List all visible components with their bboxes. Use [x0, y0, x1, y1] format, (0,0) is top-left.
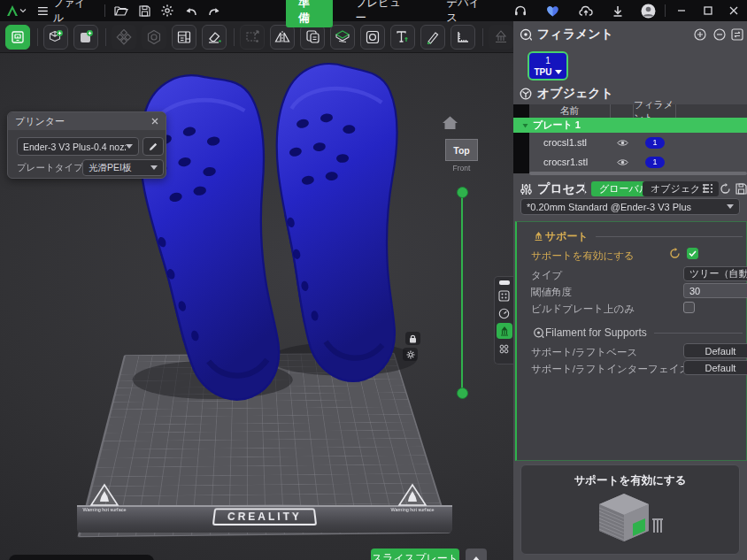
minimize-button[interactable]	[669, 0, 696, 21]
settings-button[interactable]	[156, 0, 179, 21]
plate-settings-button[interactable]	[497, 288, 512, 303]
filament-slot-tpu[interactable]: 1 TPU	[528, 51, 568, 81]
close-button[interactable]	[721, 0, 747, 21]
table-row-crocsl1[interactable]: crocsl1.stl 1	[529, 133, 747, 152]
mirror-button[interactable]	[270, 25, 295, 50]
tab-preview[interactable]: プレビュー	[343, 0, 424, 27]
file-menu[interactable]: ファイル	[32, 0, 101, 21]
heart-icon	[546, 5, 559, 17]
enable-support-checkbox[interactable]	[687, 248, 698, 259]
visibility-eye-icon[interactable]	[611, 158, 634, 166]
clip-slider-track[interactable]	[461, 192, 463, 394]
open-file-button[interactable]	[109, 0, 134, 21]
chevron-down-icon	[555, 70, 562, 74]
support-base-dropdown[interactable]: Default	[683, 343, 747, 358]
viewcube-front-label[interactable]: Front	[445, 164, 478, 173]
gauge-icon	[498, 308, 510, 319]
section-divider	[654, 333, 743, 334]
plus-circle-icon	[694, 28, 706, 41]
text-icon	[396, 30, 410, 44]
support-headset-button[interactable]	[509, 0, 532, 21]
home-view-button[interactable]	[442, 115, 458, 130]
threshold-angle-input[interactable]: 30	[683, 283, 747, 298]
minus-circle-icon	[713, 28, 726, 41]
close-icon	[729, 6, 738, 15]
arrange-icon	[116, 29, 132, 45]
hollow-button[interactable]	[360, 25, 385, 50]
user-avatar[interactable]	[635, 0, 661, 21]
printer-panel-close-button[interactable]	[151, 118, 158, 125]
plate-type-dropdown[interactable]: 光滑PEI板	[82, 159, 164, 176]
viewcube-top-face[interactable]: Top	[445, 139, 478, 161]
support-type-dropdown[interactable]: ツリー（自動）	[683, 266, 747, 281]
reset-enable-support-button[interactable]	[669, 248, 681, 259]
support-paint-button[interactable]	[489, 25, 513, 50]
filament-badge[interactable]: 1	[645, 137, 665, 149]
slice-options-button[interactable]	[466, 548, 487, 560]
favorites-button[interactable]	[541, 0, 565, 21]
merge-button[interactable]	[142, 25, 166, 50]
undo-button[interactable]	[179, 0, 203, 21]
filament-badge[interactable]: 1	[645, 157, 665, 168]
add-model-button[interactable]	[43, 25, 68, 50]
transform-button[interactable]	[240, 25, 265, 50]
arrange-button[interactable]	[112, 25, 136, 50]
lock-icon	[409, 334, 417, 343]
tab-prepare[interactable]: 準備	[286, 0, 333, 27]
table-scrollbar[interactable]	[529, 172, 747, 175]
avatar-icon	[641, 4, 656, 19]
table-row-plate1[interactable]: プレート 1	[513, 118, 747, 133]
clip-slider-bottom-handle[interactable]	[457, 387, 468, 399]
download-button[interactable]	[607, 0, 628, 21]
visibility-eye-icon[interactable]	[611, 139, 634, 147]
on-plate-only-label: ビルドプレート上のみ	[531, 303, 635, 316]
add-plate-button[interactable]	[73, 25, 98, 50]
text-tool-button[interactable]	[390, 25, 415, 50]
printer-select-dropdown[interactable]: Ender-3 V3 Plus-0.4 nozzle	[17, 137, 139, 156]
lock-overlay-button[interactable]	[405, 332, 420, 345]
close-icon	[151, 118, 158, 125]
add-plate-icon	[78, 29, 94, 45]
table-row-crocsr1[interactable]: crocsr1.stl 1	[529, 152, 747, 172]
measure-button[interactable]	[451, 25, 475, 50]
filament-slot-material: TPU	[535, 66, 552, 78]
preset-dropdown[interactable]: *0.20mm Standard @Ender-3 V3 Plus	[520, 198, 740, 215]
model-crocsr1[interactable]	[257, 59, 418, 384]
check-icon	[689, 250, 697, 257]
sync-filament-button[interactable]	[731, 28, 743, 41]
divider	[234, 28, 235, 46]
support-panel-button[interactable]	[497, 323, 512, 339]
cloud-upload-button[interactable]	[574, 0, 598, 21]
panel-collapse-handle[interactable]	[499, 280, 510, 285]
threshold-angle-label: 閾値角度	[531, 286, 572, 299]
speed-gauge-button[interactable]	[497, 305, 512, 321]
mirror-icon	[274, 30, 290, 44]
maximize-button[interactable]	[695, 0, 721, 21]
printer-workbench-button[interactable]	[5, 25, 30, 50]
on-plate-only-checkbox[interactable]	[683, 302, 695, 313]
remove-filament-button[interactable]	[713, 28, 726, 41]
object-table: 名前 フィラメント プレート 1 crocsl1.stl 1 crocsr1.s…	[513, 104, 747, 177]
save-preset-button[interactable]	[735, 183, 747, 195]
paint-tool-button[interactable]	[420, 25, 445, 50]
clean-plate-button[interactable]	[202, 25, 227, 50]
app-logo[interactable]	[0, 0, 32, 21]
gear-overlay-button[interactable]	[403, 348, 418, 361]
add-filament-button[interactable]	[694, 28, 706, 41]
save-button[interactable]	[134, 0, 156, 21]
plate-layout-button[interactable]	[172, 25, 196, 50]
edit-printer-button[interactable]	[142, 137, 164, 156]
support-interface-dropdown[interactable]: Default	[683, 360, 747, 375]
reset-preset-button[interactable]	[720, 183, 731, 195]
column-visibility	[611, 104, 634, 118]
clip-slider-top-handle[interactable]	[457, 187, 468, 198]
clone-button[interactable]	[300, 25, 325, 50]
redo-button[interactable]	[203, 0, 227, 21]
parameter-list-button[interactable]	[702, 183, 713, 194]
tab-device[interactable]: デバイス	[434, 0, 503, 27]
seam-dots-icon	[498, 343, 510, 355]
cut-button[interactable]	[330, 25, 355, 50]
save-icon	[735, 183, 747, 195]
seam-paint-button[interactable]	[497, 341, 512, 357]
slice-plate-button[interactable]: スライスプレート	[371, 548, 459, 560]
